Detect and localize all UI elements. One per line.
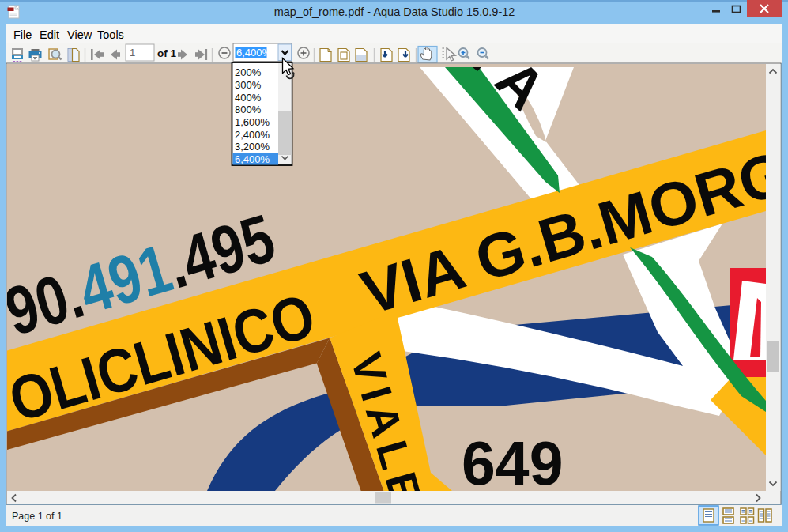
svg-text:Edit: Edit [40,28,59,41]
svg-text:1: 1 [130,47,135,58]
svg-text:300%: 300% [235,79,262,91]
svg-text:200%: 200% [235,66,262,78]
svg-text:View: View [67,28,92,41]
svg-text:800%: 800% [235,104,262,115]
svg-text:6,400%: 6,400% [236,47,272,58]
svg-text:649: 649 [462,429,563,497]
svg-text:3,200%: 3,200% [235,141,270,153]
svg-text:map_of_rome.pdf - Aqua Data St: map_of_rome.pdf - Aqua Data Studio 15.0.… [274,6,515,18]
svg-text:Tools: Tools [97,28,124,41]
svg-text:of 1: of 1 [157,47,176,59]
svg-text:2,400%: 2,400% [235,129,270,141]
svg-text:1,600%: 1,600% [235,116,270,128]
svg-text:File: File [13,28,32,41]
svg-text:Page 1 of 1: Page 1 of 1 [12,511,62,522]
svg-text:6,400%: 6,400% [235,153,270,165]
svg-text:400%: 400% [235,92,262,104]
